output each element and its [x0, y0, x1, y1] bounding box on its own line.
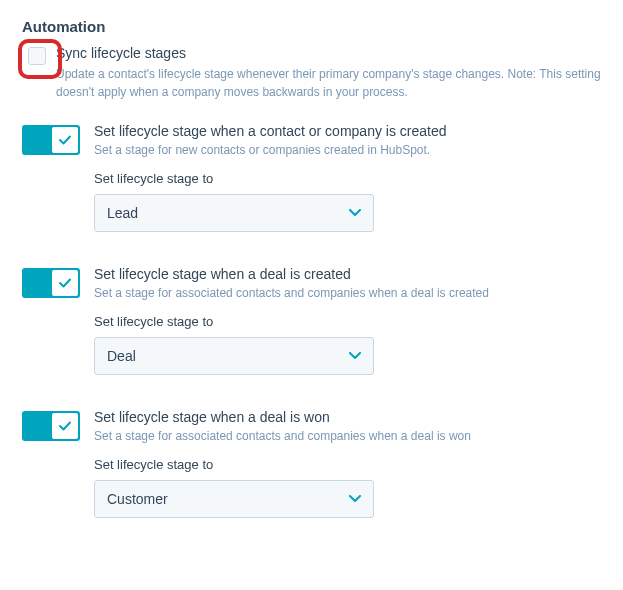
setting-desc: Set a stage for associated contacts and … [94, 286, 601, 300]
select-label: Set lifecycle stage to [94, 314, 601, 329]
sync-lifecycle-checkbox[interactable] [28, 47, 46, 65]
chevron-down-icon [349, 209, 361, 217]
toggle-deal-won[interactable] [22, 411, 80, 441]
select-value: Deal [107, 348, 136, 364]
setting-title: Set lifecycle stage when a deal is creat… [94, 266, 601, 282]
setting-title: Set lifecycle stage when a contact or co… [94, 123, 601, 139]
toggle-contact-created[interactable] [22, 125, 80, 155]
setting-desc: Set a stage for associated contacts and … [94, 429, 601, 443]
lifecycle-select-won[interactable]: Customer [94, 480, 374, 518]
toggle-thumb [52, 127, 78, 153]
chevron-down-icon [349, 495, 361, 503]
sync-checkbox-wrap [22, 45, 52, 65]
setting-deal-won: Set lifecycle stage when a deal is won S… [22, 409, 601, 518]
section-title: Automation [22, 18, 601, 35]
lifecycle-select-contact[interactable]: Lead [94, 194, 374, 232]
setting-title: Set lifecycle stage when a deal is won [94, 409, 601, 425]
setting-contact-created: Set lifecycle stage when a contact or co… [22, 123, 601, 232]
sync-lifecycle-desc: Update a contact's lifecycle stage whene… [56, 65, 601, 101]
toggle-thumb [52, 270, 78, 296]
sync-lifecycle-label: Sync lifecycle stages [56, 45, 601, 61]
check-icon [58, 419, 72, 433]
setting-desc: Set a stage for new contacts or companie… [94, 143, 601, 157]
check-icon [58, 276, 72, 290]
toggle-thumb [52, 413, 78, 439]
sync-lifecycle-row: Sync lifecycle stages Update a contact's… [22, 45, 601, 101]
select-value: Lead [107, 205, 138, 221]
toggle-deal-created[interactable] [22, 268, 80, 298]
lifecycle-select-deal[interactable]: Deal [94, 337, 374, 375]
select-label: Set lifecycle stage to [94, 171, 601, 186]
setting-deal-created: Set lifecycle stage when a deal is creat… [22, 266, 601, 375]
chevron-down-icon [349, 352, 361, 360]
check-icon [58, 133, 72, 147]
select-value: Customer [107, 491, 168, 507]
select-label: Set lifecycle stage to [94, 457, 601, 472]
